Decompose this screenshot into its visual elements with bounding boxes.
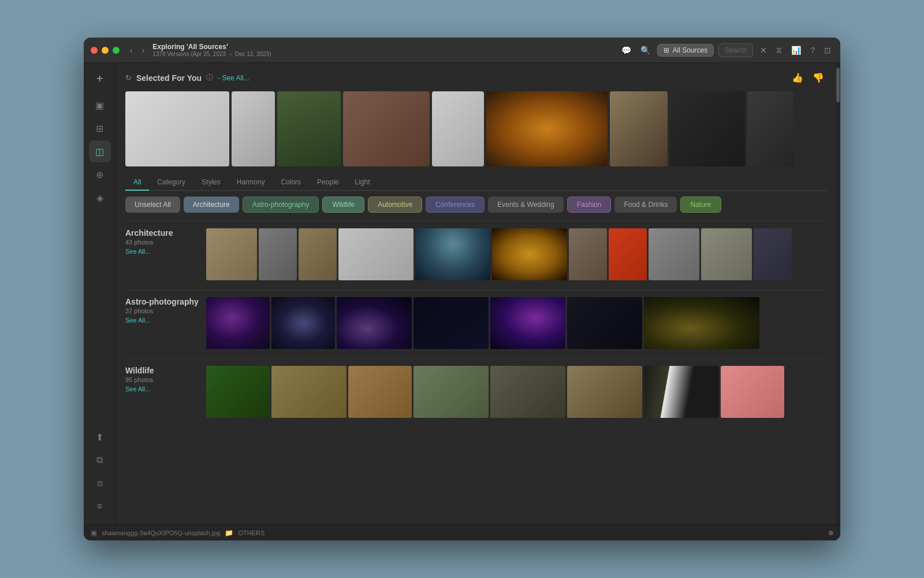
wildlife-thumb-1[interactable] (206, 366, 270, 418)
cat-name-astro: Astro-photography (125, 297, 199, 306)
thumb-item[interactable] (610, 91, 668, 166)
pill-nature[interactable]: Nature (680, 197, 721, 213)
sidebar-item-menu[interactable]: ≡ (89, 495, 111, 517)
pill-fashion[interactable]: Fashion (567, 197, 612, 213)
cat-see-all-astro[interactable]: See All... (125, 317, 199, 324)
tab-all[interactable]: All (125, 175, 149, 191)
thumb-item[interactable] (343, 91, 430, 166)
search-placeholder: Search (725, 46, 747, 54)
forward-button[interactable]: › (139, 45, 148, 56)
arch-thumb-2[interactable] (259, 228, 297, 280)
wildlife-thumb-5[interactable] (490, 366, 565, 418)
filter-icon[interactable]: ⧖ (774, 43, 784, 57)
wildlife-thumb-3[interactable] (348, 366, 412, 418)
astro-thumb-5[interactable] (490, 297, 565, 349)
chart-icon[interactable]: 📊 (789, 43, 803, 57)
pill-wildlife[interactable]: Wildlife (322, 197, 364, 213)
arch-thumb-4[interactable] (338, 228, 413, 280)
arch-thumb-7[interactable] (569, 228, 607, 280)
thumb-item[interactable] (486, 91, 608, 166)
back-button[interactable]: ‹ (126, 45, 136, 56)
tab-category[interactable]: Category (149, 175, 193, 191)
thumbs-down-icon[interactable]: 👎 (810, 70, 826, 86)
pill-conferences[interactable]: Conferences (426, 197, 485, 213)
pill-unselect-all[interactable]: Unselect All (125, 197, 180, 213)
tab-people[interactable]: People (309, 175, 346, 191)
tab-light[interactable]: Light (346, 175, 378, 191)
thumb-item[interactable] (432, 91, 484, 166)
thumb-item[interactable] (670, 91, 745, 166)
tab-colors[interactable]: Colors (273, 175, 309, 191)
thumb-item[interactable] (232, 91, 275, 166)
astro-thumb-7[interactable] (644, 297, 759, 349)
cat-name-architecture: Architecture (125, 228, 199, 238)
astro-thumb-1[interactable] (206, 297, 270, 349)
wildlife-thumb-6[interactable] (567, 366, 642, 418)
wildlife-thumb-8[interactable] (721, 366, 784, 418)
app-window: ‹ › Exploring 'All Sources' 1378 Version… (84, 38, 840, 540)
category-section-astro: Astro-photography 37 photos See All... (125, 290, 826, 349)
maximize-button[interactable] (113, 47, 120, 54)
sidebar-item-plugin[interactable]: ⧉ (89, 449, 111, 471)
minimize-button[interactable] (102, 47, 109, 54)
pill-automotive[interactable]: Automotive (368, 197, 422, 213)
arch-thumb-5[interactable] (415, 228, 490, 280)
search-icon[interactable]: 🔍 (638, 43, 653, 57)
source-selector[interactable]: ⊞ All Sources (657, 44, 714, 57)
cat-see-all-architecture[interactable]: See All... (125, 248, 199, 255)
sidebar-item-map[interactable]: ⊕ (89, 164, 111, 186)
selected-for-you-header: ↻ Selected For You ⓘ - See All... 👍 👎 (125, 70, 826, 86)
cat-see-all-wildlife[interactable]: See All... (125, 386, 199, 392)
astro-thumb-3[interactable] (337, 297, 412, 349)
content-area[interactable]: ↻ Selected For You ⓘ - See All... 👍 👎 (116, 63, 836, 524)
arch-thumb-6[interactable] (492, 228, 567, 280)
wildlife-thumb-4[interactable] (413, 366, 489, 418)
layout-icon[interactable]: ⊡ (822, 43, 833, 57)
arch-thumb-1[interactable] (206, 228, 257, 280)
refresh-icon: ↻ (125, 73, 132, 82)
astro-thumbs (206, 297, 826, 349)
add-button[interactable]: + (89, 68, 111, 90)
architecture-thumbs (206, 228, 826, 280)
astro-thumb-2[interactable] (271, 297, 335, 349)
sidebar-item-photos[interactable]: ▣ (89, 94, 111, 116)
wildlife-thumb-2[interactable] (271, 366, 346, 418)
thumb-item[interactable] (125, 91, 229, 166)
cat-count-astro: 37 photos (125, 307, 199, 314)
scrollbar-thumb[interactable] (836, 68, 840, 102)
scrollbar[interactable] (836, 63, 840, 524)
search-input[interactable]: Search (718, 43, 753, 57)
pill-events-wedding[interactable]: Events & Wedding (488, 197, 564, 213)
see-all-link[interactable]: - See All... (218, 74, 249, 82)
arch-thumb-10[interactable] (701, 228, 752, 280)
astro-thumb-4[interactable] (413, 297, 489, 349)
thumb-item[interactable] (277, 91, 341, 166)
close-button[interactable] (91, 47, 98, 54)
sidebar-item-face[interactable]: ◈ (89, 187, 111, 209)
help-icon[interactable]: ? (808, 43, 817, 57)
thumb-item[interactable] (747, 91, 793, 166)
thumbs-up-icon[interactable]: 👍 (789, 70, 806, 86)
pill-astro-photography[interactable]: Astro-photography (243, 197, 319, 213)
pill-architecture[interactable]: Architecture (184, 197, 239, 213)
arch-thumb-8[interactable] (609, 228, 647, 280)
sidebar-item-settings[interactable]: ⧈ (89, 472, 111, 494)
sidebar: + ▣ ⊞ ◫ ⊕ ◈ ⬆ ⧉ ⧈ ≡ (84, 63, 116, 524)
close-search-icon[interactable]: ✕ (758, 43, 769, 57)
tab-styles[interactable]: Styles (193, 175, 229, 191)
wildlife-thumb-7[interactable] (644, 366, 719, 418)
tab-harmony[interactable]: Harmony (229, 175, 273, 191)
arch-thumb-3[interactable] (299, 228, 337, 280)
arch-thumb-11[interactable] (754, 228, 792, 280)
arch-thumb-9[interactable] (649, 228, 699, 280)
status-dot (829, 531, 833, 535)
sidebar-item-import[interactable]: ◫ (89, 140, 111, 162)
sidebar-item-export[interactable]: ⬆ (89, 426, 111, 448)
pill-food-drinks[interactable]: Food & Drinks (614, 197, 677, 213)
sidebar-item-grid[interactable]: ⊞ (89, 117, 111, 139)
chat-icon[interactable]: 💬 (619, 43, 634, 57)
astro-thumb-6[interactable] (567, 297, 642, 349)
window-title: Exploring 'All Sources' (152, 43, 619, 51)
folder-icon: 📁 (225, 529, 233, 537)
cat-info-architecture: Architecture 43 photos See All... (125, 228, 206, 255)
